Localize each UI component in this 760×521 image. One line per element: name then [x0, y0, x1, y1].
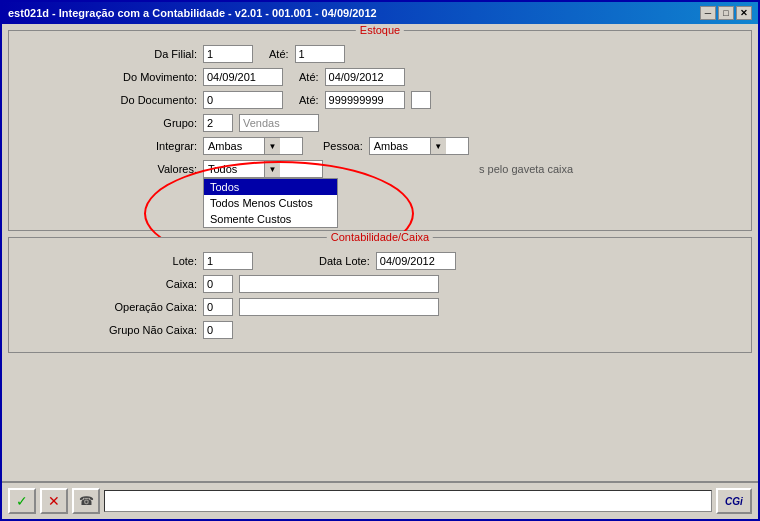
valores-label: Valores: — [157, 163, 197, 175]
grupo-input[interactable] — [203, 114, 233, 132]
da-filial-input[interactable] — [203, 45, 253, 63]
operacao-row: Operação Caixa: — [17, 298, 743, 316]
pessoa-value: Ambas — [370, 139, 430, 153]
window-title: est021d - Integração com a Contabilidade… — [8, 7, 377, 19]
estoque-label: Estoque — [356, 24, 404, 36]
integrar-dropdown[interactable]: Ambas ▼ — [203, 137, 303, 155]
ate-documento-extra[interactable] — [411, 91, 431, 109]
da-filial-label: Da Filial: — [154, 48, 197, 60]
valores-option-todos[interactable]: Todos — [204, 179, 337, 195]
pessoa-arrow[interactable]: ▼ — [430, 138, 446, 154]
toolbar-input[interactable] — [104, 490, 712, 512]
filial-row: Da Filial: Até: — [17, 45, 743, 63]
phone-icon: ☎ — [79, 494, 94, 508]
grupo-nao-caixa-row: Grupo Não Caixa: — [17, 321, 743, 339]
integrar-label: Integrar: — [156, 140, 197, 152]
integrar-row: Integrar: Ambas ▼ Pessoa: Ambas ▼ — [17, 137, 743, 155]
contabilidade-section: Contabilidade/Caixa Lote: Data Lote: Cai… — [8, 237, 752, 353]
grupo-label: Grupo: — [163, 117, 197, 129]
ate-movimento-input[interactable] — [325, 68, 405, 86]
content-area: Estoque Da Filial: Até: Do Movimento: — [2, 24, 758, 481]
minimize-button[interactable]: ─ — [700, 6, 716, 20]
grupo-nao-caixa-input[interactable] — [203, 321, 233, 339]
cross-icon: ✕ — [48, 493, 60, 509]
lote-input[interactable] — [203, 252, 253, 270]
check-button[interactable]: ✓ — [8, 488, 36, 514]
operacao-input[interactable] — [203, 298, 233, 316]
valores-arrow[interactable]: ▼ — [264, 161, 280, 177]
pessoa-dropdown[interactable]: Ambas ▼ — [369, 137, 469, 155]
contabilidade-label: Contabilidade/Caixa — [327, 231, 433, 243]
valores-row: Valores: Todos ▼ Todos Todos Menos Custo… — [17, 160, 743, 178]
close-button[interactable]: ✕ — [736, 6, 752, 20]
valores-option-somente[interactable]: Somente Custos — [204, 211, 337, 227]
ate-documento-input[interactable] — [325, 91, 405, 109]
ate-filial-input[interactable] — [295, 45, 345, 63]
do-movimento-label: Do Movimento: — [123, 71, 197, 83]
grupo-nao-caixa-label: Grupo Não Caixa: — [109, 324, 197, 336]
valores-dropdown-open: Todos Todos Menos Custos Somente Custos — [203, 178, 338, 228]
lote-row: Lote: Data Lote: — [17, 252, 743, 270]
main-window: est021d - Integração com a Contabilidade… — [0, 0, 760, 521]
lote-label: Lote: — [173, 255, 197, 267]
cgi-label: CGi — [725, 496, 743, 507]
operacao-input2[interactable] — [239, 298, 439, 316]
ate-filial-label: Até: — [269, 48, 289, 60]
title-bar-buttons: ─ □ ✕ — [700, 6, 752, 20]
do-movimento-input[interactable] — [203, 68, 283, 86]
phone-button[interactable]: ☎ — [72, 488, 100, 514]
title-bar: est021d - Integração com a Contabilidade… — [2, 2, 758, 24]
caixa-label: Caixa: — [166, 278, 197, 290]
notas-text: s pelo gaveta caixa — [479, 163, 573, 175]
cgi-button[interactable]: CGi — [716, 488, 752, 514]
check-icon: ✓ — [16, 493, 28, 509]
operacao-label: Operação Caixa: — [114, 301, 197, 313]
data-lote-input[interactable] — [376, 252, 456, 270]
movimento-row: Do Movimento: Até: — [17, 68, 743, 86]
cancel-button[interactable]: ✕ — [40, 488, 68, 514]
valores-option-todos-menos[interactable]: Todos Menos Custos — [204, 195, 337, 211]
pessoa-label: Pessoa: — [323, 140, 363, 152]
bottom-toolbar: ✓ ✕ ☎ CGi — [2, 481, 758, 519]
documento-row: Do Documento: Até: — [17, 91, 743, 109]
grupo-name-input[interactable] — [239, 114, 319, 132]
maximize-button[interactable]: □ — [718, 6, 734, 20]
caixa-input[interactable] — [203, 275, 233, 293]
grupo-row: Grupo: — [17, 114, 743, 132]
integrar-arrow[interactable]: ▼ — [264, 138, 280, 154]
ate-documento-label: Até: — [299, 94, 319, 106]
estoque-section: Estoque Da Filial: Até: Do Movimento: — [8, 30, 752, 231]
valores-value: Todos — [204, 162, 264, 176]
do-documento-input[interactable] — [203, 91, 283, 109]
main-area: Estoque Da Filial: Até: Do Movimento: — [8, 30, 752, 475]
caixa-input2[interactable] — [239, 275, 439, 293]
caixa-row: Caixa: — [17, 275, 743, 293]
valores-dropdown[interactable]: Todos ▼ — [203, 160, 323, 178]
ate-movimento-label: Até: — [299, 71, 319, 83]
do-documento-label: Do Documento: — [121, 94, 197, 106]
data-lote-label: Data Lote: — [319, 255, 370, 267]
valores-dropdown-container: Todos ▼ Todos Todos Menos Custos Somente… — [203, 160, 323, 178]
integrar-value: Ambas — [204, 139, 264, 153]
